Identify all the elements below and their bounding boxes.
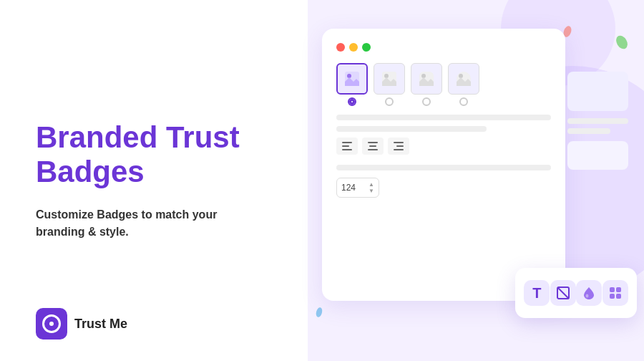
align-buttons-row <box>336 138 551 155</box>
arrow-down-icon: ▼ <box>369 188 374 194</box>
window-controls <box>336 43 551 52</box>
long-bar <box>336 165 551 170</box>
style-option-4-img <box>448 63 479 95</box>
align-center-btn[interactable] <box>362 138 384 155</box>
right-panel: 124 ▲ ▼ T <box>308 0 644 361</box>
toolbar-layout-icon[interactable] <box>602 280 628 306</box>
petal-bottom-left-icon <box>315 307 323 318</box>
style-option-1-img <box>336 63 368 95</box>
style-option-1[interactable] <box>336 63 368 106</box>
brand-logo: Trust Me <box>36 308 127 340</box>
style-option-3-img <box>411 63 442 95</box>
brand-icon-dot <box>49 322 54 326</box>
separator-line-1 <box>336 115 551 120</box>
svg-point-3 <box>315 307 323 318</box>
right-bar-bottom <box>567 141 628 170</box>
brand-icon <box>36 308 67 340</box>
svg-rect-25 <box>616 287 621 292</box>
toolbar-paint-icon[interactable] <box>576 280 602 306</box>
number-input[interactable]: 124 ▲ ▼ <box>336 178 379 198</box>
svg-rect-12 <box>342 142 352 143</box>
style-option-4-radio[interactable] <box>459 97 468 106</box>
style-option-4[interactable] <box>448 63 479 106</box>
svg-rect-27 <box>616 294 621 299</box>
style-option-2-radio[interactable] <box>385 97 394 106</box>
number-input-value: 124 <box>341 183 356 193</box>
toolbar-card: T <box>515 268 637 318</box>
svg-rect-13 <box>342 145 349 147</box>
style-options-row <box>336 63 551 106</box>
align-right-btn[interactable] <box>388 138 409 155</box>
right-line-2 <box>567 128 610 134</box>
brand-icon-ring <box>42 314 61 333</box>
left-panel: Branded Trust Badges Customize Badges to… <box>0 0 308 361</box>
style-option-3-radio[interactable] <box>422 97 431 106</box>
toolbar-text-icon[interactable]: T <box>524 280 550 306</box>
card-right-content <box>567 72 628 170</box>
title-line2: Badges <box>36 155 145 188</box>
number-input-row: 124 ▲ ▼ <box>336 178 551 198</box>
svg-rect-18 <box>394 142 404 143</box>
svg-point-0 <box>615 34 628 50</box>
svg-rect-26 <box>610 294 615 299</box>
svg-rect-16 <box>369 145 376 147</box>
subtitle: Customize Badges to match your branding … <box>36 206 265 241</box>
svg-rect-14 <box>342 149 352 150</box>
svg-rect-15 <box>368 142 378 143</box>
petal-top-left-icon <box>615 34 628 50</box>
svg-rect-19 <box>396 145 404 147</box>
svg-rect-20 <box>394 149 404 150</box>
separator-line-2 <box>336 126 487 132</box>
svg-rect-17 <box>368 149 378 150</box>
brand-text-wrap: Trust Me <box>74 317 127 332</box>
title-line1: Branded Trust <box>36 120 240 154</box>
style-option-1-radio[interactable] <box>348 97 356 106</box>
style-option-2[interactable] <box>374 63 405 106</box>
window-maximize-btn[interactable] <box>362 43 371 52</box>
window-minimize-btn[interactable] <box>349 43 358 52</box>
style-option-3[interactable] <box>411 63 442 106</box>
style-option-2-img <box>374 63 405 95</box>
brand-name: Trust Me <box>74 317 127 332</box>
toolbar-edit-icon[interactable] <box>550 280 576 306</box>
svg-line-22 <box>557 287 569 299</box>
right-line-1 <box>567 118 628 124</box>
ui-card: 124 ▲ ▼ <box>322 29 565 301</box>
svg-rect-24 <box>610 287 615 292</box>
window-close-btn[interactable] <box>336 43 345 52</box>
align-left-btn[interactable] <box>336 138 358 155</box>
number-arrows: ▲ ▼ <box>369 182 374 194</box>
arrow-up-icon: ▲ <box>369 182 374 188</box>
svg-point-23 <box>586 294 589 298</box>
right-bar-top <box>567 72 628 111</box>
main-title: Branded Trust Badges <box>36 120 272 190</box>
